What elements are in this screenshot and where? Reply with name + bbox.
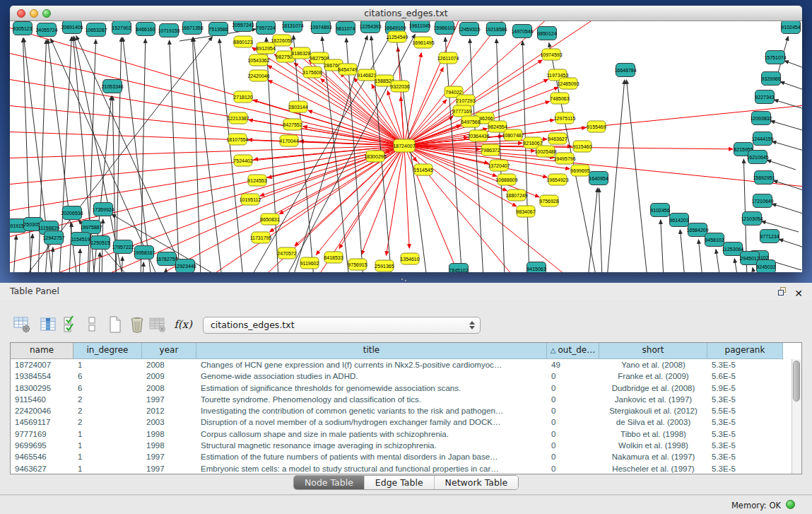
network-node-yellow[interactable]: 8650831 (260, 214, 279, 225)
network-edge[interactable] (79, 249, 81, 272)
network-node-yellow[interactable]: 9834067 (516, 206, 535, 217)
table-cell[interactable]: 9699695 (11, 440, 73, 451)
table-cell[interactable]: 9115460 (11, 394, 73, 405)
table-cell[interactable]: 1998 (142, 440, 196, 451)
network-edge[interactable] (661, 220, 664, 272)
table-cell[interactable]: 18300295 (11, 382, 73, 394)
network-edge[interactable] (404, 53, 421, 146)
network-edge[interactable] (141, 39, 146, 272)
network-node-yellow[interactable]: 9119602 (300, 257, 319, 269)
network-node-teal[interactable]: 9614203 (669, 214, 688, 227)
table-cell[interactable]: 6 (73, 382, 142, 394)
network-node-yellow[interactable]: 2591365 (375, 260, 394, 271)
network-node-teal[interactable]: 19218586 (485, 23, 507, 36)
table-cell[interactable]: 0 (547, 394, 599, 405)
maximize-window-button[interactable] (42, 9, 51, 18)
table-cell[interactable]: 5.3E-5 (707, 428, 783, 440)
float-panel-icon[interactable] (778, 287, 787, 296)
table-cell[interactable]: 0 (547, 428, 599, 440)
table-cell[interactable]: Hescheler et al. (1997) (599, 463, 707, 474)
network-node-yellow[interactable]: 8186328 (291, 47, 310, 59)
network-node-teal[interactable]: 7845102 (449, 264, 468, 273)
network-node-yellow[interactable]: 18807249 (505, 189, 527, 201)
network-window-titlebar[interactable]: citations_edges.txt (10, 6, 802, 21)
table-row[interactable]: 1938455462009Genome-wide association stu… (11, 370, 801, 382)
network-node-yellow[interactable]: 2107293 (456, 95, 475, 106)
network-node-yellow[interactable]: 8860123 (233, 36, 252, 47)
table-cell[interactable]: 1 (73, 428, 142, 440)
table-cell[interactable]: 1 (73, 440, 142, 451)
table-cell[interactable]: Jankovic et al. (1997) (599, 394, 707, 405)
network-node-teal[interactable]: 15751074 (764, 51, 786, 64)
network-node-teal[interactable]: 16648784 (614, 64, 636, 77)
table-cell[interactable]: 2003 (142, 416, 196, 428)
scrollbar-thumb[interactable] (793, 361, 800, 402)
table-cell[interactable]: 0 (547, 382, 599, 394)
network-edge[interactable] (522, 41, 529, 272)
table-cell[interactable]: Tibbo et al. (1998) (599, 428, 707, 440)
network-node-teal[interactable]: 9850124 (537, 27, 556, 40)
network-edge[interactable] (770, 121, 802, 132)
function-builder-button[interactable]: f(x) (173, 314, 193, 335)
network-node-yellow[interactable]: 8454749 (338, 64, 357, 75)
network-node-teal[interactable]: 1250515 (90, 236, 110, 250)
table-cell[interactable]: 0 (547, 463, 599, 474)
table-cell[interactable]: Yano et al. (2008) (599, 359, 707, 370)
network-edge[interactable] (23, 38, 31, 272)
network-node-teal[interactable]: 18131074 (281, 21, 303, 33)
table-row[interactable]: 1456911722003Disruption of a novel membe… (11, 416, 801, 428)
network-node-teal[interactable]: 9329966 (761, 72, 780, 86)
network-node-yellow[interactable]: 9115460 (573, 141, 592, 152)
network-node-teal[interactable]: 24055724 (35, 23, 57, 37)
table-cell[interactable]: 2008 (142, 382, 196, 394)
network-node-teal[interactable]: 9611074 (336, 22, 355, 35)
table-cell[interactable]: 2 (73, 394, 142, 405)
network-node-yellow[interactable]: 11254549 (387, 31, 408, 42)
network-edge[interactable] (734, 259, 738, 272)
table-cell[interactable]: 1 (73, 359, 142, 370)
table-cell[interactable]: 5.3E-5 (707, 463, 783, 474)
table-cell[interactable]: Tourette syndrome. Phenomenology and cla… (196, 394, 547, 405)
table-cell[interactable]: 18724007 (11, 359, 73, 370)
network-node-teal[interactable]: 12093832 (750, 112, 772, 125)
network-node-yellow[interactable]: 9699695 (570, 165, 589, 176)
table-cell[interactable]: 2008 (142, 359, 196, 370)
network-node-teal[interactable]: 12103054 (741, 212, 763, 226)
network-node-teal[interactable]: 15986103 (433, 21, 455, 35)
network-edge[interactable] (69, 223, 71, 272)
column-header-year[interactable]: year (142, 343, 196, 359)
table-cell[interactable]: 0 (547, 440, 599, 451)
network-node-yellow[interactable]: 18300295 (364, 151, 386, 162)
table-cell[interactable]: 2009 (142, 370, 196, 382)
network-node-yellow[interactable]: 7524402 (233, 155, 252, 166)
network-node-yellow[interactable]: 7986372 (481, 144, 500, 156)
network-edge[interactable] (784, 61, 802, 71)
table-cell[interactable]: 1997 (142, 451, 196, 462)
network-node-yellow[interactable]: 9155469 (587, 121, 606, 132)
table-cell[interactable]: 1 (73, 463, 142, 474)
network-node-yellow[interactable]: 11731795 (250, 232, 272, 243)
network-node-yellow[interactable]: 12485093 (557, 78, 579, 89)
table-cell[interactable]: 22420046 (11, 405, 73, 416)
network-edge[interactable] (143, 262, 143, 272)
table-cell[interactable]: Structural magnetic resonance image aver… (196, 440, 547, 451)
network-node-yellow[interactable]: 7485063 (550, 93, 569, 104)
table-cell[interactable]: de Silva et al. (2003) (599, 416, 707, 428)
network-node-teal[interactable]: 17957222 (112, 240, 134, 254)
table-cell[interactable]: Nakamura et al. (1997) (599, 451, 707, 462)
network-edge[interactable] (767, 160, 796, 170)
network-node-yellow[interactable]: 22420046 (247, 70, 269, 81)
network-edge[interactable] (680, 230, 685, 272)
table-cell[interactable]: 0 (547, 405, 599, 416)
network-node-teal[interactable]: 8466160 (136, 23, 155, 36)
table-cell[interactable]: Investigating the contribution of common… (196, 405, 547, 416)
network-edge[interactable] (290, 47, 404, 146)
table-cell[interactable]: Changes of HCN gene expression and I(f) … (196, 359, 547, 370)
table-cell[interactable]: Corpus callosum shape and size in male p… (196, 428, 547, 440)
network-edge[interactable] (13, 235, 16, 272)
network-edge[interactable] (772, 204, 802, 214)
network-edge[interactable] (404, 146, 409, 248)
network-node-yellow[interactable]: 4170044 (279, 135, 298, 146)
network-edge[interactable] (716, 250, 720, 272)
table-cell[interactable]: Stergiakouli et al. (2012) (599, 405, 707, 416)
